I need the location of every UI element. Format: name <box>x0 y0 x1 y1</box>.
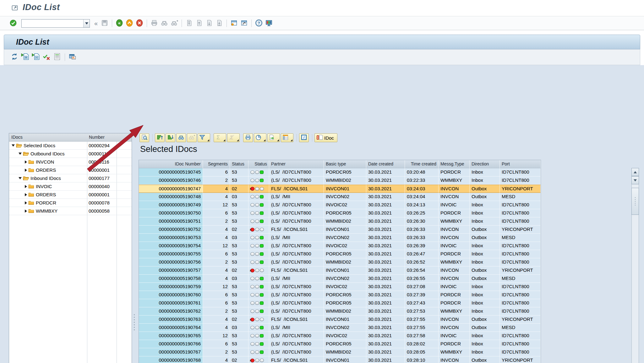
subtotal-button[interactable]: Σ <box>227 133 240 142</box>
tree-node-wmmbxy[interactable]: WMMBXY00000058 <box>9 207 132 215</box>
grid-row[interactable]: 0000000005190762253(LS/ /ID7CLNT800WMMBI… <box>139 307 541 316</box>
grid-column-header-segments[interactable]: Segments <box>203 160 230 168</box>
tree-node-orders[interactable]: ORDERS00000001 <box>9 166 132 174</box>
grid-row[interactable]: 00000000051907651253(LS/ /ID7CLNT800INVO… <box>139 332 541 340</box>
tree-node-invcon[interactable]: INVCON00000116 <box>9 158 132 166</box>
grid-row[interactable]: 0000000005190751253(LS/ /ID7CLNT800WMMBI… <box>139 217 541 226</box>
grid-row[interactable]: 0000000005190755653(LS/ /ID7CLNT800PORDC… <box>139 250 541 258</box>
print-button[interactable] <box>150 19 159 28</box>
collapse-triangle-icon[interactable] <box>12 144 15 147</box>
grid-row[interactable]: 0000000005190768402FLS/ /ICONLS01INVCON0… <box>139 356 541 363</box>
grid-column-header-idoc[interactable]: IDoc Number <box>139 160 203 168</box>
sort-asc-button[interactable] <box>155 133 165 142</box>
expand-all-button[interactable] <box>20 52 30 62</box>
collapse-all-button[interactable] <box>31 52 41 62</box>
grid-column-header-time_created[interactable]: Time created <box>405 160 439 168</box>
exit-button[interactable] <box>125 19 134 28</box>
page-down-button[interactable] <box>205 19 214 28</box>
grid-column-header-light[interactable]: Status <box>248 160 269 168</box>
choose-layout-button[interactable] <box>281 133 293 142</box>
find-table-button[interactable] <box>176 133 186 142</box>
command-input[interactable] <box>22 20 83 27</box>
select-deselect-button[interactable] <box>41 52 52 62</box>
command-field[interactable] <box>21 19 90 28</box>
export-button[interactable] <box>267 133 280 142</box>
grid-row[interactable]: 0000000005190758403(LS/ /MIIINVCON0230.0… <box>139 275 541 283</box>
collapse-toolbar-button[interactable]: « <box>92 20 100 27</box>
collapse-triangle-icon[interactable] <box>19 177 22 179</box>
grid-column-header-port[interactable]: Port <box>500 160 541 168</box>
tree-node-selected-idocs[interactable]: Selected IDocs00000294 <box>9 142 132 150</box>
grid-row[interactable]: 0000000005190757402FLS/ /ICONLS01INVCON0… <box>139 266 541 275</box>
grid-row[interactable]: 0000000005190763402FLS/ /ICONLS01INVCON0… <box>139 316 541 324</box>
grid-column-header-basic_type[interactable]: Basic type <box>324 160 366 168</box>
grid-row[interactable]: 0000000005190764403(LS/ /MIIINVCON0230.0… <box>139 324 541 332</box>
grid-row[interactable]: 0000000005190767253(LS/ /ID7CLNT800WMMBI… <box>139 348 541 356</box>
grid-column-header-direction[interactable]: Direction <box>470 160 500 168</box>
grid-row[interactable]: 0000000005190766653(LS/ /ID7CLNT800PORDC… <box>139 340 541 348</box>
grid-row[interactable]: 0000000005190760653(LS/ /ID7CLNT800PORDC… <box>139 291 541 299</box>
help-button[interactable]: ? <box>254 19 264 28</box>
grid-column-header-messg_type[interactable]: Messg.Type <box>439 160 470 168</box>
find-next-button[interactable] <box>170 19 179 28</box>
grid-row[interactable]: 0000000005190750653(LS/ /ID7CLNT800PORDC… <box>139 209 541 217</box>
find-button[interactable] <box>160 19 169 28</box>
grid-row[interactable]: 00000000051907491253(LS/ /ID7CLNT800INVO… <box>139 201 541 209</box>
details-button[interactable] <box>139 133 149 142</box>
grid-row[interactable]: 0000000005190761653(LS/ /ID7CLNT800PORDC… <box>139 299 541 307</box>
expand-triangle-icon[interactable] <box>25 209 27 213</box>
first-page-button[interactable] <box>184 19 194 28</box>
last-page-button[interactable] <box>215 19 224 28</box>
save-button[interactable] <box>100 19 109 28</box>
print-table-button[interactable] <box>243 133 253 142</box>
views-button[interactable] <box>254 133 266 142</box>
cancel-button[interactable] <box>135 19 144 28</box>
grid-row[interactable]: 0000000005190756253(LS/ /ID7CLNT800WMMBI… <box>139 258 541 266</box>
grid-row[interactable]: 0000000005190746253(LS/ /ID7CLNT800WMMBI… <box>139 176 541 185</box>
filter-button[interactable] <box>198 133 210 142</box>
scroll-up-button[interactable] <box>631 168 639 176</box>
create-shortcut-button[interactable] <box>239 19 249 28</box>
page-up-button[interactable] <box>194 19 204 28</box>
grid-row[interactable]: 0000000005190753403(LS/ /MIIINVCON0230.0… <box>139 234 541 242</box>
status-monitor-button[interactable] <box>68 52 78 62</box>
expand-triangle-icon[interactable] <box>25 169 27 172</box>
tree-node-pordcr[interactable]: PORDCR00000078 <box>9 199 132 207</box>
vertical-scrollbar[interactable] <box>631 168 639 363</box>
grid-column-header-date_created[interactable]: Date created <box>366 160 405 168</box>
expand-triangle-icon[interactable] <box>25 185 27 188</box>
grid-row[interactable]: 0000000005190752402FLS/ /ICONLS01INVCON0… <box>139 226 541 234</box>
grid-row[interactable]: 00000000051907541253(LS/ /ID7CLNT800INVO… <box>139 242 541 250</box>
command-dropdown-icon[interactable] <box>83 20 90 27</box>
sum-button[interactable]: Σ <box>214 133 226 142</box>
scroll-down-button[interactable] <box>631 176 639 184</box>
grid-column-header-status[interactable]: Status <box>230 160 248 168</box>
grid-row[interactable]: 00000000051907591253(LS/ /ID7CLNT800INVO… <box>139 283 541 291</box>
panel-splitter[interactable] <box>133 314 135 330</box>
grid-column-header-partner[interactable]: Partner <box>269 160 324 168</box>
idoc-button[interactable]: IDoc <box>314 133 337 142</box>
expand-triangle-icon[interactable] <box>25 193 27 196</box>
grid-row[interactable]: 0000000005190745653(LS/ /ID7CLNT800PORDC… <box>139 168 541 176</box>
refresh-button[interactable] <box>9 52 19 62</box>
new-session-button[interactable] <box>229 19 239 28</box>
back-button[interactable]: « <box>115 19 124 28</box>
grid-row-selected[interactable]: 0000000005190747402FLS/ /ICONLS01INVCON0… <box>139 185 541 193</box>
expand-triangle-icon[interactable] <box>25 201 27 204</box>
tree-node-inbound-idocs[interactable]: Inbound IDocs00000177 <box>9 174 132 182</box>
grid-row[interactable]: 0000000005190748403(LS/ /MIIINVCON0230.0… <box>139 193 541 201</box>
tree-header-number[interactable]: Number <box>89 135 105 140</box>
scrollbar-thumb[interactable] <box>631 188 639 215</box>
tree-header-idocs[interactable]: IDocs <box>11 135 23 140</box>
customize-local-layout-button[interactable] <box>264 19 274 28</box>
sort-desc-button[interactable] <box>166 133 175 142</box>
find-next-table-button[interactable] <box>187 133 197 142</box>
tree-node-invoic[interactable]: INVOIC00000040 <box>9 182 132 191</box>
tree-node-orders[interactable]: ORDERS00000001 <box>9 191 132 199</box>
info-button[interactable]: i <box>299 133 309 142</box>
collapse-triangle-icon[interactable] <box>19 153 22 155</box>
tree-node-outbound-idocs[interactable]: Outbound IDocs00000117 <box>9 150 132 158</box>
expand-triangle-icon[interactable] <box>25 160 27 164</box>
display-list-button[interactable] <box>52 52 62 62</box>
enter-button[interactable] <box>8 19 18 28</box>
